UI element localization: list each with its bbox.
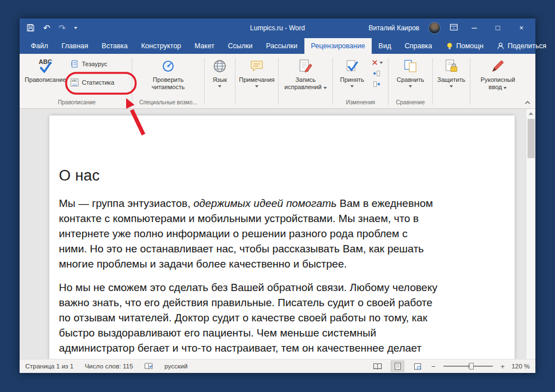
tab-assistant-label: Помощн xyxy=(456,38,484,54)
zoom-percentage[interactable]: 120 % xyxy=(511,363,530,370)
language-button[interactable]: Язык xyxy=(206,56,234,87)
tab-review[interactable]: Рецензирование xyxy=(304,38,372,54)
tab-home[interactable]: Главная xyxy=(55,38,95,54)
save-button[interactable] xyxy=(26,23,35,33)
customize-quick-access-button[interactable] xyxy=(74,23,77,33)
readability-icon xyxy=(161,59,175,73)
paragraph-1: Мы — группа энтузиастов, одержимых идеей… xyxy=(59,196,491,271)
account-name[interactable]: Виталий Каиров xyxy=(368,24,419,32)
chevron-down-icon xyxy=(350,85,354,87)
print-layout-icon xyxy=(394,362,401,370)
num-glyph: 123 xyxy=(72,83,77,86)
vertical-scrollbar[interactable] xyxy=(526,109,535,359)
tab-file[interactable]: Файл xyxy=(24,38,55,54)
protect-lock-icon xyxy=(444,59,459,73)
collapse-ribbon-button[interactable] xyxy=(524,99,531,106)
read-mode-button[interactable] xyxy=(371,361,384,372)
close-button[interactable]: × xyxy=(514,23,529,33)
accept-button[interactable]: Принять xyxy=(336,56,368,87)
zoom-slider[interactable] xyxy=(443,366,493,367)
proofing-status-button[interactable] xyxy=(144,362,153,370)
tab-mailings[interactable]: Рассылки xyxy=(259,38,304,54)
quick-access-toolbar: ↶ ↷ xyxy=(20,23,77,33)
group-tracking: Запись исправлений xyxy=(279,56,332,107)
compare-button[interactable]: Сравнить xyxy=(392,56,429,87)
compare-label: Сравнить xyxy=(396,76,424,84)
group-proofing: ABC Правописание Тезауру xyxy=(22,56,132,107)
reject-button[interactable] xyxy=(371,58,383,67)
minimize-button[interactable]: ─ xyxy=(467,23,482,33)
share-label: Поделиться xyxy=(507,38,546,54)
abc-glyph: ABC xyxy=(72,79,78,82)
tab-help[interactable]: Справка xyxy=(398,38,439,54)
web-layout-icon xyxy=(414,363,422,370)
ink-button[interactable]: Рукописный ввод xyxy=(472,56,524,91)
track-label-line2: исправлений xyxy=(284,84,321,91)
maximize-button[interactable]: □ xyxy=(491,23,505,33)
group-compare: Сравнить Сравнение xyxy=(388,56,432,107)
print-layout-button[interactable] xyxy=(391,361,404,372)
save-icon xyxy=(26,24,35,32)
tab-view[interactable]: Вид xyxy=(372,38,398,54)
chevron-down-icon xyxy=(380,62,383,64)
group-changes: Принять xyxy=(333,56,388,107)
zoom-in-button[interactable]: + xyxy=(501,362,505,371)
chevron-down-icon xyxy=(255,85,258,87)
zoom-slider-thumb[interactable] xyxy=(469,363,474,370)
page-indicator[interactable]: Страница 1 из 1 xyxy=(25,363,73,370)
language-globe-icon xyxy=(212,59,227,73)
accept-check-icon xyxy=(345,59,359,73)
tab-assistant[interactable]: Помощн xyxy=(439,38,491,54)
chevron-down-icon xyxy=(450,85,453,87)
group-label-accessibility: Специальные возмо... xyxy=(132,99,204,107)
thesaurus-book-icon xyxy=(70,59,79,68)
group-label-ink xyxy=(470,99,525,107)
next-change-button[interactable] xyxy=(373,79,381,89)
reject-x-icon xyxy=(371,59,378,66)
p1-text: Мы — группа энтузиастов, xyxy=(59,197,193,209)
window-title: Lumpics.ru - Word xyxy=(250,24,305,32)
scroll-up-button[interactable] xyxy=(526,109,535,118)
redo-button[interactable]: ↷ xyxy=(59,23,66,33)
avatar[interactable] xyxy=(428,22,441,34)
word-count[interactable]: Число слов: 115 xyxy=(85,363,133,370)
spelling-check-icon: ABC xyxy=(37,58,54,75)
group-label-comments xyxy=(235,99,278,107)
track-changes-button[interactable]: Запись исправлений xyxy=(280,56,331,91)
document-page[interactable]: О нас Мы — группа энтузиастов, одержимых… xyxy=(49,116,515,359)
tab-insert[interactable]: Вставка xyxy=(95,38,134,54)
share-button[interactable]: Поделиться xyxy=(490,38,553,54)
ribbon-display-options-button[interactable] xyxy=(450,23,458,33)
undo-button[interactable]: ↶ xyxy=(43,23,50,33)
previous-change-button[interactable] xyxy=(373,68,381,78)
document-heading: О нас xyxy=(59,167,491,185)
tab-design[interactable]: Конструктор xyxy=(135,38,188,54)
ribbon-display-options-icon xyxy=(450,23,458,31)
thesaurus-button[interactable]: Тезаурус xyxy=(68,57,131,71)
tab-references[interactable]: Ссылки xyxy=(221,38,259,54)
chevron-down-icon xyxy=(503,87,507,89)
comments-button[interactable]: Примечания xyxy=(236,56,278,87)
comments-label: Примечания xyxy=(239,76,275,84)
p1-italic-text: одержимых идеей помогать xyxy=(193,197,337,209)
group-accessibility: Проверить читаемость Специальные возмо..… xyxy=(132,56,204,107)
protect-button[interactable]: Защитить xyxy=(434,56,468,87)
thesaurus-label: Тезаурус xyxy=(82,61,107,67)
paragraph-2: Но мы не сможем это сделать без Вашей об… xyxy=(59,280,491,359)
group-label-tracking xyxy=(279,99,332,107)
tab-layout[interactable]: Макет xyxy=(188,38,221,54)
web-layout-button[interactable] xyxy=(411,361,424,372)
spelling-grammar-button[interactable]: ABC Правописание xyxy=(22,56,68,84)
group-ink: Рукописный ввод xyxy=(470,56,525,107)
undo-icon: ↶ xyxy=(43,23,50,33)
comment-icon xyxy=(249,59,264,73)
chevron-down-icon xyxy=(218,85,221,87)
group-label-language xyxy=(205,99,235,107)
statistics-button[interactable]: ABC 123 Статистика xyxy=(68,76,131,89)
scrollbar-thumb[interactable] xyxy=(528,119,535,158)
track-changes-icon xyxy=(298,59,313,73)
zoom-out-button[interactable]: − xyxy=(431,362,436,371)
spelling-label: Правописание xyxy=(25,76,66,84)
check-readability-button[interactable]: Проверить читаемость xyxy=(142,56,194,91)
language-indicator[interactable]: русский xyxy=(164,363,187,370)
